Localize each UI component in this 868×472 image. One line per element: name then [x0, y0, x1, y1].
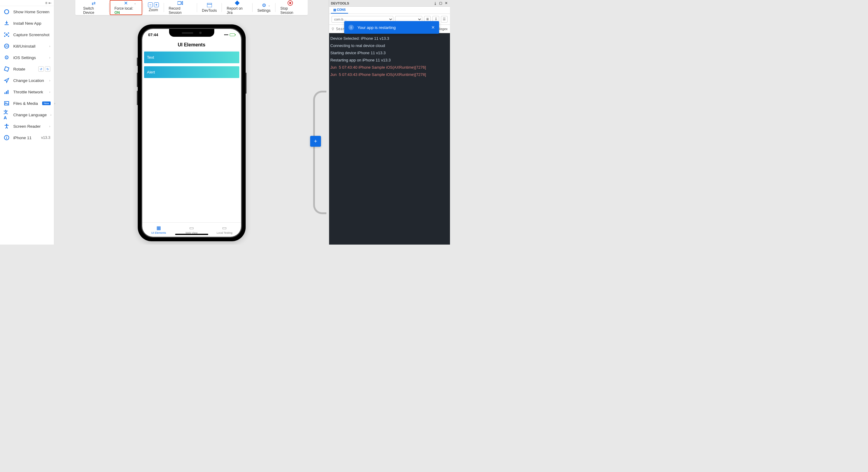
shuffle-icon: ✕⌄ [124, 0, 128, 6]
bars-icon [4, 89, 10, 95]
new-badge: New [42, 102, 51, 105]
record-label: Record Session [169, 6, 192, 15]
tab-icon: ▭ [189, 225, 194, 231]
toast-message: Your app is restarting [358, 25, 428, 30]
tab-ui-elements[interactable]: ▦UI Elements [142, 223, 175, 237]
tab-label: Local Testing [217, 231, 232, 234]
svg-point-12 [6, 136, 7, 137]
phone-screen[interactable]: 07:44 •••• UI Elements TextAlert ▦UI Ele… [142, 29, 241, 237]
home-indicator [175, 234, 208, 235]
stop-icon [287, 0, 293, 6]
battery-icon [230, 33, 235, 36]
report-label: Report on Jira [227, 6, 247, 15]
devtools-button[interactable]: DevTools [198, 0, 221, 15]
capture-icon [4, 32, 10, 38]
devtools-title: DEVTOOLS [331, 1, 432, 5]
sidebar-item-label: Change Language [13, 113, 47, 117]
zoom-button[interactable]: − + Zoom [144, 0, 163, 15]
menu-icon[interactable]: ≡ [45, 1, 47, 5]
app-row-text[interactable]: Text [144, 52, 239, 63]
svg-rect-7 [7, 90, 8, 94]
add-fab-button[interactable]: + [310, 136, 321, 147]
svg-point-1 [6, 34, 7, 36]
zoom-in-button[interactable]: + [154, 2, 159, 7]
rotate-cw-button[interactable]: ↻ [45, 66, 50, 72]
collapse-icon[interactable]: ⇤ [49, 1, 52, 5]
switch-device-label: Switch Device [83, 6, 104, 15]
tab-console[interactable]: ▤CONS [331, 7, 348, 13]
svg-rect-6 [6, 91, 7, 94]
chevron-down-icon: ⌄ [134, 1, 136, 5]
app-title: UI Elements [142, 40, 241, 51]
svg-point-10 [6, 124, 7, 125]
sidebar-item-kill-uninstall[interactable]: Kill/Uninstall› [0, 40, 54, 52]
svg-rect-18 [289, 2, 291, 4]
devtools-tabs: ▤CONS [329, 7, 450, 14]
sidebar-item-label: Change Location [13, 78, 45, 83]
jira-icon [235, 0, 240, 6]
force-local-button[interactable]: ✕⌄ Force local: ON [110, 0, 142, 15]
sidebar-item-label: iPhone 11 [13, 136, 37, 140]
sidebar-item-label: Rotate [13, 67, 35, 71]
tab-icon: ▭ [222, 225, 227, 231]
phone-notch [169, 29, 214, 37]
app-row-alert[interactable]: Alert [144, 66, 239, 78]
devtools-label: DevTools [202, 8, 217, 13]
download-icon [4, 20, 10, 26]
sidebar-item-throttle-network[interactable]: Throttle Network› [0, 86, 54, 98]
stop-session-button[interactable]: Stop Session [276, 0, 304, 15]
sidebar-item-ios-settings[interactable]: ⚙iOS Settings› [0, 52, 54, 63]
log-line: Starting device iPhone 11 v13.3 [330, 49, 449, 57]
chevron-right-icon: › [49, 79, 50, 82]
sidebar-item-show-home-screen[interactable]: Show Home Screen [0, 6, 54, 18]
sidebar-item-files-media[interactable]: Files & MediaNew› [0, 98, 54, 109]
svg-rect-4 [4, 67, 9, 71]
close-icon[interactable]: ✕ [431, 25, 435, 30]
status-time: 07:44 [148, 33, 158, 37]
sidebar-header: ≡ ⇤ [0, 0, 54, 6]
svg-rect-14 [178, 1, 181, 4]
devtools-panel: DEVTOOLS ⭳ ▢ ✕ ▤CONS com.b… ≣ ↧ ☰ i Your… [329, 0, 450, 244]
app-body: TextAlert [142, 51, 241, 222]
sidebar-item-rotate[interactable]: Rotate↺↻ [0, 63, 54, 75]
sidebar-item-change-location[interactable]: Change Location› [0, 75, 54, 86]
tab-local-testing[interactable]: ▭Local Testing [208, 223, 241, 237]
sidebar-item-capture-screenshot[interactable]: Capture Screenshot [0, 29, 54, 40]
sidebar-item-change-language[interactable]: 文AChange Language› [0, 109, 54, 121]
list-icon[interactable]: ☰ [441, 16, 447, 23]
stop-label: Stop Session [280, 6, 300, 15]
search-icon: ⚲ [332, 27, 334, 31]
maximize-icon[interactable]: ▢ [438, 1, 443, 5]
sidebar-item-install-new-app[interactable]: Install New App [0, 18, 54, 29]
zoom-out-button[interactable]: − [148, 2, 153, 7]
switch-device-button[interactable]: ⇄ Switch Device [79, 0, 108, 15]
chevron-down-icon: ⌄ [268, 4, 270, 7]
log-line: Restarting app on iPhone 11 v13.3 [330, 57, 449, 64]
window-icon [207, 2, 212, 8]
close-icon[interactable]: ✕ [444, 1, 448, 5]
device-version: v13.3 [41, 136, 50, 140]
report-jira-button[interactable]: Report on Jira [222, 0, 252, 15]
devtools-header: DEVTOOLS ⭳ ▢ ✕ [329, 0, 450, 7]
svg-rect-5 [4, 93, 5, 94]
settings-label: Settings [257, 8, 270, 13]
phone-frame: 07:44 •••• UI Elements TextAlert ▦UI Ele… [138, 24, 246, 241]
settings-button[interactable]: ⚙⌄ Settings [253, 0, 275, 15]
sidebar-item-iphone-11[interactable]: iPhone 11v13.3 [0, 132, 54, 143]
record-session-button[interactable]: Record Session [164, 0, 196, 15]
chevron-right-icon: › [49, 44, 50, 48]
sidebar-item-label: Screen Reader [13, 124, 45, 129]
sidebar-item-screen-reader[interactable]: Screen Reader› [0, 121, 54, 132]
translate-icon: 文A [4, 112, 10, 118]
download-icon[interactable]: ⭳ [433, 1, 437, 5]
console-icon: ▤ [333, 8, 336, 11]
log-line: Jun 5 07:43:43 iPhone Sample iOS(AXRunti… [330, 71, 449, 78]
device-preview: + 07:44 •••• [54, 15, 329, 244]
gear-icon: ⚙⌄ [262, 2, 266, 8]
svg-point-0 [4, 10, 9, 14]
force-local-state: ON [115, 10, 120, 15]
rotate-ccw-button[interactable]: ↺ [38, 66, 44, 72]
devtools-logs[interactable]: Device Selected: iPhone 11 v13.3Connecti… [329, 33, 450, 244]
navigate-icon [4, 77, 10, 83]
svg-rect-15 [207, 3, 212, 7]
